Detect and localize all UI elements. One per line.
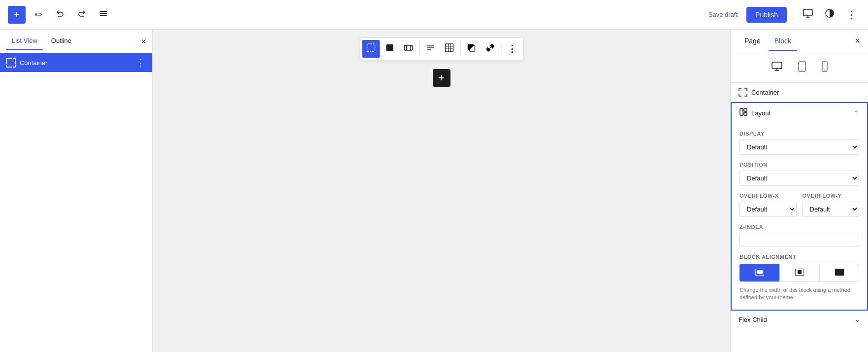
theme-button[interactable] xyxy=(821,6,838,24)
position-select[interactable]: Default Static Relative Absolute Fixed S… xyxy=(739,171,859,186)
canvas-separator-3 xyxy=(501,43,501,55)
svg-rect-7 xyxy=(404,45,412,50)
select-icon xyxy=(366,43,375,54)
more-icon: ⋮ xyxy=(846,9,856,21)
link-icon xyxy=(485,43,494,54)
redo-icon xyxy=(77,9,86,20)
add-block-canvas-button[interactable]: + xyxy=(433,69,450,87)
copy-icon xyxy=(467,43,476,54)
right-panel-header: Page Block × xyxy=(731,30,868,53)
top-bar: + ✏ Save draft Publish xyxy=(0,0,868,30)
undo-button[interactable] xyxy=(51,6,69,24)
svg-rect-5 xyxy=(367,44,375,52)
flex-child-chevron-icon: ⌄ xyxy=(855,316,860,323)
display-select[interactable]: Default Block Inline Inline Block Flex G… xyxy=(739,140,859,155)
svg-rect-25 xyxy=(744,108,747,111)
monitor-button[interactable] xyxy=(799,6,817,24)
right-panel-close-button[interactable]: × xyxy=(855,36,860,46)
svg-rect-3 xyxy=(804,9,812,16)
align-full-icon xyxy=(835,269,844,277)
alignment-note: Change the width of this block using a m… xyxy=(739,286,859,302)
theme-icon xyxy=(825,8,835,21)
list-view-button[interactable] xyxy=(95,6,112,24)
canvas-grid-button[interactable] xyxy=(440,40,458,58)
flex-child-label: Flex Child xyxy=(739,316,767,323)
container-more-button[interactable]: ⋮ xyxy=(135,57,146,68)
svg-rect-6 xyxy=(386,44,393,51)
layout-chevron-icon: ⌃ xyxy=(853,109,859,117)
svg-rect-31 xyxy=(835,269,844,276)
overflow-y-label: OVERFLOW-Y xyxy=(803,193,860,199)
list-icon xyxy=(99,9,108,20)
svg-rect-19 xyxy=(772,62,782,69)
canvas-separator-1 xyxy=(419,43,419,55)
align-icon xyxy=(426,43,435,54)
main-layout: List View Outline × Container ⋮ xyxy=(0,30,868,352)
overflow-row: OVERFLOW-X Default Auto Hidden Scroll Vi… xyxy=(739,193,859,224)
undo-icon xyxy=(56,9,64,20)
pencil-icon: ✏ xyxy=(35,9,42,20)
canvas-copy-button[interactable] xyxy=(462,40,480,58)
tab-page[interactable]: Page xyxy=(739,32,767,51)
container-list-item[interactable]: Container ⋮ xyxy=(0,53,152,72)
layout-section-header[interactable]: Layout ⌃ xyxy=(732,103,867,123)
canvas-select-button[interactable] xyxy=(362,40,380,58)
position-label: POSITION xyxy=(739,162,859,168)
alignment-buttons xyxy=(739,264,859,282)
canvas-toolbar: ⋮ xyxy=(359,37,523,60)
tablet-icon xyxy=(798,64,806,74)
left-panel-tabs: List View Outline × xyxy=(0,30,152,53)
container-icon xyxy=(739,88,747,97)
canvas-separator-2 xyxy=(460,43,460,55)
device-desktop-button[interactable] xyxy=(770,60,784,76)
block-type-label: Container xyxy=(731,83,868,102)
add-block-icon: + xyxy=(438,71,445,84)
z-index-input[interactable] xyxy=(739,233,859,247)
grid-icon xyxy=(445,43,453,54)
right-panel-scroll: Layout ⌃ DISPLAY Default Block Inline In… xyxy=(731,102,868,352)
plus-icon: + xyxy=(14,8,20,21)
pencil-button[interactable]: ✏ xyxy=(30,6,47,24)
container-dashed-icon xyxy=(6,58,16,68)
publish-button[interactable]: Publish xyxy=(746,7,787,23)
align-center-button[interactable] xyxy=(779,264,819,282)
svg-rect-28 xyxy=(757,270,763,274)
display-label: DISPLAY xyxy=(739,131,859,137)
overflow-y-col: OVERFLOW-Y Default Auto Hidden Scroll Vi… xyxy=(803,193,860,224)
canvas-more-button[interactable]: ⋮ xyxy=(503,40,521,58)
save-draft-button[interactable]: Save draft xyxy=(704,8,742,21)
overflow-x-col: OVERFLOW-X Default Auto Hidden Scroll Vi… xyxy=(739,193,797,224)
resize-icon xyxy=(404,43,413,54)
align-wide-icon xyxy=(755,269,764,277)
svg-rect-26 xyxy=(744,112,747,115)
separator xyxy=(793,9,793,21)
align-wide-button[interactable] xyxy=(739,264,779,282)
mobile-icon xyxy=(822,64,828,74)
overflow-y-select[interactable]: Default Auto Hidden Scroll Visible xyxy=(803,202,860,217)
canvas-link-button[interactable] xyxy=(481,40,499,58)
more-options-button[interactable]: ⋮ xyxy=(842,6,860,24)
block-type-text: Container xyxy=(751,89,779,96)
svg-rect-30 xyxy=(798,270,802,274)
dark-square-icon xyxy=(386,44,393,54)
canvas-dark-button[interactable] xyxy=(381,40,398,58)
redo-button[interactable] xyxy=(73,6,91,24)
right-panel: Page Block × C xyxy=(730,30,868,352)
tab-block[interactable]: Block xyxy=(769,32,797,51)
canvas-more-icon: ⋮ xyxy=(508,43,516,54)
left-panel: List View Outline × Container ⋮ xyxy=(0,30,153,352)
overflow-x-select[interactable]: Default Auto Hidden Scroll Visible xyxy=(739,202,797,217)
block-alignment-label: BLOCK ALIGNMENT xyxy=(739,254,859,260)
desktop-icon xyxy=(772,64,782,73)
canvas-align-button[interactable] xyxy=(421,40,439,58)
add-block-button[interactable]: + xyxy=(8,6,26,24)
left-panel-close-button[interactable]: × xyxy=(141,37,146,46)
align-full-button[interactable] xyxy=(819,264,859,282)
device-mobile-button[interactable] xyxy=(820,59,830,76)
canvas-resize-button[interactable] xyxy=(399,40,417,58)
tab-outline[interactable]: Outline xyxy=(45,32,77,50)
device-tablet-button[interactable] xyxy=(796,59,808,76)
flex-child-section[interactable]: Flex Child ⌄ xyxy=(731,311,868,328)
svg-point-23 xyxy=(824,70,825,71)
tab-list-view[interactable]: List View xyxy=(6,32,43,50)
